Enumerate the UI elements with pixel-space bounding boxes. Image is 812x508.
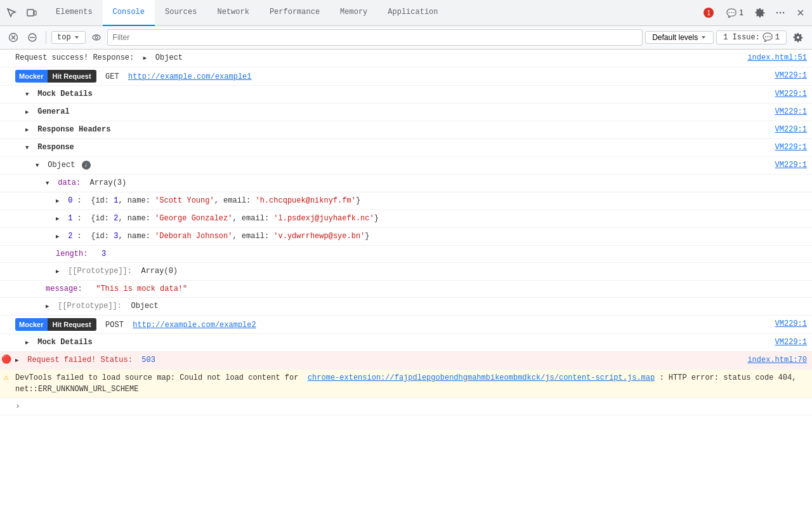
source-map-link[interactable]: chrome-extension://fajpdlepgobendhgmahmb… — [308, 373, 655, 382]
row-source — [802, 299, 812, 303]
expand-arrow[interactable] — [25, 337, 33, 349]
row-source[interactable]: VM229:1 — [770, 158, 812, 171]
row-content: data: Array(3) — [13, 176, 802, 190]
row-source — [802, 399, 812, 403]
response-row: Response VM229:1 — [0, 139, 812, 157]
tab-sources[interactable]: Sources — [155, 0, 207, 26]
row-icon — [0, 282, 13, 283]
url-link[interactable]: http://example.com/example1 — [128, 72, 251, 81]
clear-console-button[interactable] — [5, 29, 22, 46]
tab-console[interactable]: Console — [103, 0, 155, 26]
expand-arrow[interactable] — [56, 265, 63, 277]
row-source[interactable]: VM229:1 — [770, 105, 812, 117]
mocker-badge: Mocker — [15, 70, 48, 83]
tab-memory[interactable]: Memory — [330, 0, 377, 26]
filter-input[interactable] — [108, 29, 643, 46]
tab-network[interactable]: Network — [207, 0, 259, 26]
hit-request-badge-2: Hit Request — [48, 318, 96, 331]
array-item-2-row: 2 : {id: 3, name: 'Deborah Johnson', ema… — [0, 228, 812, 246]
row-icon — [0, 247, 13, 248]
svg-point-2 — [776, 12, 778, 14]
warning-row: ⚠️ DevTools failed to load source map: C… — [0, 370, 812, 398]
toggle-eye-button[interactable] — [88, 29, 105, 46]
toolbar-divider — [46, 31, 46, 44]
expand-arrow[interactable] — [25, 88, 33, 100]
cursor-input[interactable]: › — [13, 399, 802, 413]
error-row: 🔴 Request failed! Status: 503 index.html… — [0, 352, 812, 370]
expand-arrow[interactable] — [143, 52, 151, 64]
url-link-2[interactable]: http://example.com/example2 — [133, 321, 256, 330]
expand-arrow[interactable] — [25, 124, 33, 136]
row-source[interactable]: index.html:70 — [742, 353, 812, 366]
row-content: length: 3 — [13, 247, 802, 261]
console-settings-button[interactable] — [789, 29, 807, 46]
row-source — [802, 176, 812, 180]
row-icon — [0, 264, 13, 265]
device-toolbar-button[interactable] — [23, 4, 41, 22]
console-output: Request success! Response: Object index.… — [0, 50, 812, 508]
row-source[interactable]: VM229:1 — [770, 335, 812, 348]
row-icon — [0, 158, 13, 159]
row-source[interactable]: VM229:1 — [770, 123, 812, 135]
expand-arrow[interactable] — [25, 106, 33, 118]
row-source — [802, 371, 812, 375]
svg-point-4 — [783, 12, 785, 14]
devtools-icons — [3, 4, 41, 22]
row-icon — [0, 69, 13, 70]
issues-chat-icon: 💬 — [763, 32, 773, 43]
row-source[interactable]: VM229:1 — [770, 317, 812, 330]
tab-elements[interactable]: Elements — [46, 0, 103, 26]
row-icon — [0, 399, 13, 401]
row-content: Request success! Response: Object — [13, 51, 742, 65]
row-icon — [0, 105, 13, 106]
row-icon — [0, 335, 13, 337]
prototype-obj-row: [[Prototype]]: Object — [0, 298, 812, 316]
svg-point-3 — [780, 12, 782, 14]
expand-arrow[interactable] — [56, 231, 63, 243]
close-devtools-button[interactable] — [792, 4, 809, 22]
row-source[interactable]: VM229:1 — [770, 87, 812, 100]
length-row: length: 3 — [0, 246, 812, 263]
more-tools-button[interactable] — [771, 4, 789, 22]
svg-point-7 — [93, 35, 100, 40]
row-content: [[Prototype]]: Object — [13, 299, 802, 314]
expand-arrow[interactable] — [15, 354, 23, 366]
info-icon: i — [82, 161, 91, 170]
cursor-caret: › — [15, 401, 20, 412]
chat-icon: 💬 — [726, 8, 737, 18]
error-icon: 🔴 — [0, 353, 13, 364]
row-source[interactable]: VM229:1 — [770, 140, 812, 153]
row-source[interactable]: index.html:51 — [742, 51, 812, 64]
tab-performance[interactable]: Performance — [259, 0, 330, 26]
general-row: General VM229:1 — [0, 104, 812, 121]
expand-arrow[interactable] — [56, 213, 63, 225]
hit-request-badge: Hit Request — [48, 70, 96, 83]
row-source[interactable]: VM229:1 — [770, 69, 812, 81]
default-levels-button[interactable]: Default levels — [645, 31, 714, 44]
error-count-button[interactable]: 1 — [698, 6, 719, 19]
row-content: MockerHit Request GET http://example.com… — [13, 69, 770, 84]
expand-arrow[interactable] — [46, 300, 53, 312]
data-array-row: data: Array(3) — [0, 175, 812, 192]
row-source — [802, 229, 812, 233]
row-content: Mock Details — [13, 87, 770, 102]
tab-application[interactable]: Application — [377, 0, 448, 26]
message-row: message: "This is mock data!" — [0, 281, 812, 298]
expand-arrow[interactable] — [36, 159, 43, 171]
context-selector[interactable]: top — [51, 31, 86, 44]
row-icon — [0, 123, 13, 124]
cursor-row[interactable]: › — [0, 398, 812, 415]
expand-arrow[interactable] — [25, 142, 33, 154]
message-count-button[interactable]: 💬 1 — [721, 7, 749, 19]
mocker-row-2: MockerHit Request POST http://example.co… — [0, 316, 812, 334]
expand-arrow[interactable] — [56, 195, 63, 207]
block-requests-button[interactable] — [24, 29, 41, 46]
inspect-element-button[interactable] — [3, 4, 20, 22]
row-content: message: "This is mock data!" — [13, 282, 802, 296]
row-icon — [0, 229, 13, 231]
settings-button[interactable] — [751, 4, 769, 22]
row-content: [[Prototype]]: Array(0) — [13, 264, 802, 279]
svg-rect-0 — [27, 10, 34, 16]
expand-arrow[interactable] — [46, 177, 53, 189]
mocker-badge-2: Mocker — [15, 318, 48, 331]
